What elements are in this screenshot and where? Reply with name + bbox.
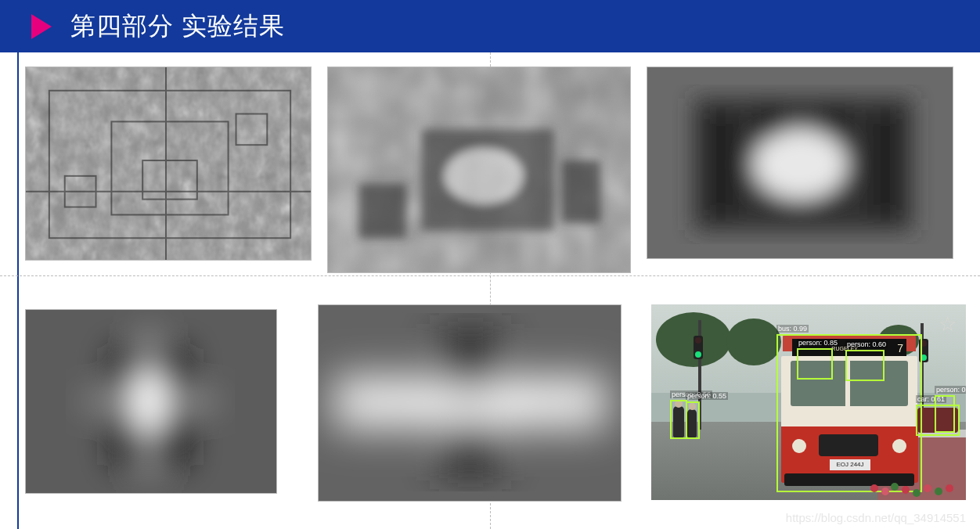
triangle-icon	[31, 14, 52, 39]
feature-map-mid	[327, 67, 631, 273]
slide-body: 7RUGELEY BERRESFORDS EOJ 244J Staffordsh…	[0, 52, 980, 529]
tree	[726, 318, 781, 365]
svg-rect-30	[443, 329, 498, 390]
traffic-light-icon	[694, 336, 703, 359]
svg-rect-12	[359, 184, 406, 238]
bbox-label: person: 0.60	[845, 340, 888, 348]
svg-point-14	[445, 149, 522, 203]
watermark: https://blog.csdn.net/qq_34914551	[786, 511, 966, 524]
bbox-label: person: 0.55	[686, 392, 728, 400]
flowers	[867, 473, 961, 497]
slide-header: 第四部分 实验结果	[0, 0, 980, 52]
row-2: 7RUGELEY BERRESFORDS EOJ 244J Staffordsh…	[25, 304, 966, 502]
feature-map-deeper-1	[25, 309, 277, 494]
bbox-person: person: 0.85	[797, 348, 833, 380]
svg-rect-20	[756, 106, 780, 138]
slide-title: 第四部分 实验结果	[70, 9, 285, 44]
bbox-label: person: 0.85	[797, 339, 839, 347]
bbox-person: person: 0.58	[935, 395, 955, 433]
row-1	[25, 67, 966, 273]
svg-rect-13	[561, 160, 600, 222]
bbox-person: person: 0.55	[686, 401, 700, 439]
svg-rect-31	[443, 422, 498, 476]
bbox-person: person: 0.60	[845, 350, 885, 381]
detection-output: 7RUGELEY BERRESFORDS EOJ 244J Staffordsh…	[651, 304, 966, 500]
svg-rect-1	[26, 67, 311, 260]
feature-map-shallow	[25, 67, 312, 261]
svg-rect-21	[827, 106, 850, 138]
star-icon: ☆	[939, 312, 957, 336]
bbox-label: person: 0.58	[935, 386, 966, 394]
svg-point-17	[753, 129, 846, 199]
feature-map-deep	[647, 67, 953, 259]
bbox-label: bus: 0.99	[776, 325, 809, 333]
svg-rect-18	[710, 114, 733, 215]
bbox-person: person: 0.56	[670, 400, 687, 439]
svg-rect-19	[874, 114, 897, 215]
feature-map-deeper-2	[318, 304, 622, 502]
slide: 第四部分 实验结果	[0, 0, 980, 529]
